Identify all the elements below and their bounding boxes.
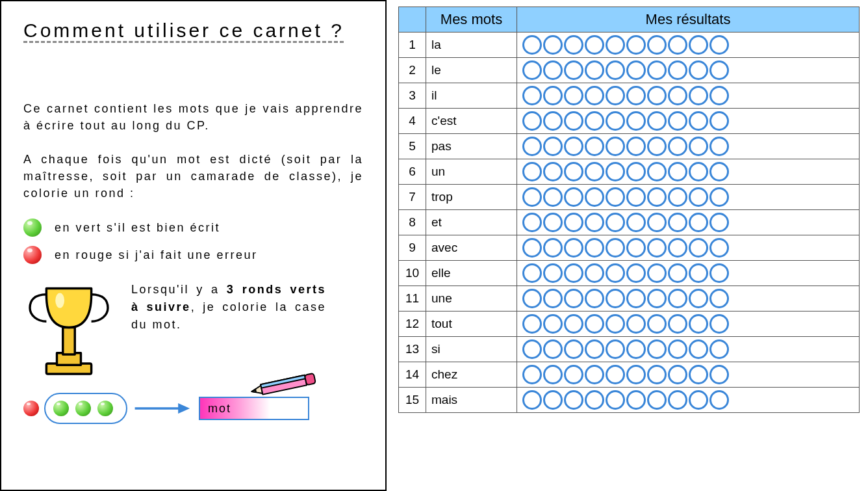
result-circle[interactable] xyxy=(543,339,563,359)
result-circle[interactable] xyxy=(689,35,708,55)
result-circle[interactable] xyxy=(709,187,729,207)
result-circle[interactable] xyxy=(522,86,542,105)
result-circle[interactable] xyxy=(522,263,542,283)
result-circle[interactable] xyxy=(522,213,542,232)
result-circle[interactable] xyxy=(585,390,604,410)
result-circle[interactable] xyxy=(543,86,563,105)
result-circle[interactable] xyxy=(543,137,563,156)
result-circle[interactable] xyxy=(522,365,542,384)
result-circle[interactable] xyxy=(689,111,708,131)
result-circle[interactable] xyxy=(709,263,729,283)
result-circle[interactable] xyxy=(668,187,687,207)
result-circle[interactable] xyxy=(543,238,563,258)
result-circle[interactable] xyxy=(606,289,625,308)
result-circle[interactable] xyxy=(689,339,708,359)
result-circle[interactable] xyxy=(585,162,604,181)
result-circle[interactable] xyxy=(689,86,708,105)
result-circle[interactable] xyxy=(647,213,667,232)
result-circle[interactable] xyxy=(647,339,667,359)
result-circle[interactable] xyxy=(626,35,646,55)
result-circle[interactable] xyxy=(626,213,646,232)
result-circle[interactable] xyxy=(522,187,542,207)
result-circle[interactable] xyxy=(606,162,625,181)
result-circle[interactable] xyxy=(647,289,667,308)
result-circle[interactable] xyxy=(522,339,542,359)
result-circle[interactable] xyxy=(647,263,667,283)
result-circle[interactable] xyxy=(709,111,729,131)
result-circle[interactable] xyxy=(689,60,708,80)
result-circle[interactable] xyxy=(689,390,708,410)
result-circle[interactable] xyxy=(647,365,667,384)
result-circle[interactable] xyxy=(522,238,542,258)
result-circle[interactable] xyxy=(606,35,625,55)
result-circle[interactable] xyxy=(709,314,729,334)
result-circle[interactable] xyxy=(689,213,708,232)
result-circle[interactable] xyxy=(709,289,729,308)
result-circle[interactable] xyxy=(626,365,646,384)
result-circle[interactable] xyxy=(689,289,708,308)
result-circle[interactable] xyxy=(668,263,687,283)
result-circle[interactable] xyxy=(626,339,646,359)
result-circle[interactable] xyxy=(606,339,625,359)
result-circle[interactable] xyxy=(543,365,563,384)
result-circle[interactable] xyxy=(606,390,625,410)
result-circle[interactable] xyxy=(626,263,646,283)
result-circle[interactable] xyxy=(564,263,583,283)
result-circle[interactable] xyxy=(585,238,604,258)
result-circle[interactable] xyxy=(668,213,687,232)
result-circle[interactable] xyxy=(709,390,729,410)
result-circle[interactable] xyxy=(522,289,542,308)
result-circle[interactable] xyxy=(585,35,604,55)
result-circle[interactable] xyxy=(689,314,708,334)
result-circle[interactable] xyxy=(668,238,687,258)
result-circle[interactable] xyxy=(647,60,667,80)
result-circle[interactable] xyxy=(709,238,729,258)
result-circle[interactable] xyxy=(709,162,729,181)
result-circle[interactable] xyxy=(585,86,604,105)
result-circle[interactable] xyxy=(606,86,625,105)
result-circle[interactable] xyxy=(543,111,563,131)
result-circle[interactable] xyxy=(564,314,583,334)
result-circle[interactable] xyxy=(522,314,542,334)
result-circle[interactable] xyxy=(647,35,667,55)
result-circle[interactable] xyxy=(709,60,729,80)
result-circle[interactable] xyxy=(668,339,687,359)
result-circle[interactable] xyxy=(585,289,604,308)
result-circle[interactable] xyxy=(606,263,625,283)
result-circle[interactable] xyxy=(564,35,583,55)
result-circle[interactable] xyxy=(606,365,625,384)
result-circle[interactable] xyxy=(543,162,563,181)
result-circle[interactable] xyxy=(564,339,583,359)
result-circle[interactable] xyxy=(543,60,563,80)
result-circle[interactable] xyxy=(585,263,604,283)
result-circle[interactable] xyxy=(689,187,708,207)
result-circle[interactable] xyxy=(522,390,542,410)
result-circle[interactable] xyxy=(564,111,583,131)
result-circle[interactable] xyxy=(564,390,583,410)
result-circle[interactable] xyxy=(647,238,667,258)
result-circle[interactable] xyxy=(709,137,729,156)
result-circle[interactable] xyxy=(522,137,542,156)
result-circle[interactable] xyxy=(668,162,687,181)
result-circle[interactable] xyxy=(626,111,646,131)
result-circle[interactable] xyxy=(709,86,729,105)
result-circle[interactable] xyxy=(647,314,667,334)
result-circle[interactable] xyxy=(606,60,625,80)
result-circle[interactable] xyxy=(626,390,646,410)
result-circle[interactable] xyxy=(709,213,729,232)
result-circle[interactable] xyxy=(668,35,687,55)
result-circle[interactable] xyxy=(606,137,625,156)
result-circle[interactable] xyxy=(709,365,729,384)
result-circle[interactable] xyxy=(647,111,667,131)
result-circle[interactable] xyxy=(668,314,687,334)
result-circle[interactable] xyxy=(585,365,604,384)
result-circle[interactable] xyxy=(689,137,708,156)
result-circle[interactable] xyxy=(668,137,687,156)
result-circle[interactable] xyxy=(626,314,646,334)
result-circle[interactable] xyxy=(606,213,625,232)
result-circle[interactable] xyxy=(543,187,563,207)
result-circle[interactable] xyxy=(564,213,583,232)
result-circle[interactable] xyxy=(522,60,542,80)
result-circle[interactable] xyxy=(668,86,687,105)
result-circle[interactable] xyxy=(689,238,708,258)
